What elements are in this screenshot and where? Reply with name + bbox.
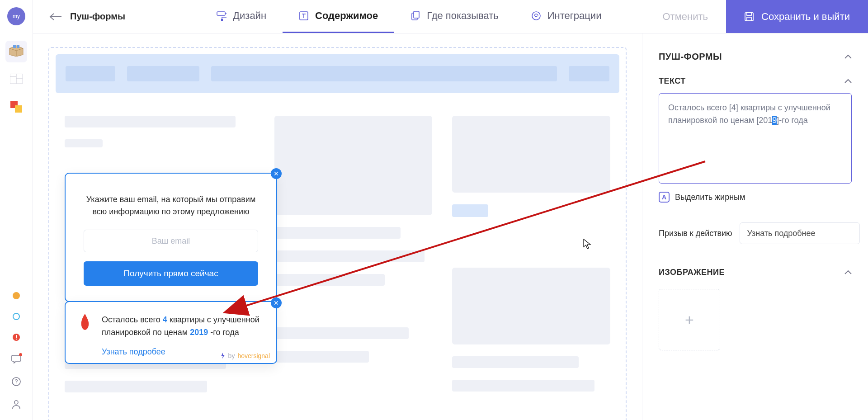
avatar[interactable]: my — [7, 7, 25, 25]
flame-icon — [77, 314, 93, 335]
header-tabs: Дизайн Содержимое Где показывать Интегра… — [200, 0, 618, 33]
arrow-left-icon — [49, 13, 62, 20]
sidebar-help[interactable]: ? — [11, 377, 21, 388]
section-image[interactable]: ИЗОБРАЖЕНИЕ — [659, 260, 852, 284]
save-icon — [744, 12, 754, 22]
section-title: ПУШ-ФОРМЫ — [659, 52, 722, 62]
svg-rect-22 — [745, 13, 753, 21]
placeholder — [65, 116, 236, 127]
placeholder — [127, 66, 199, 81]
placeholder — [569, 66, 609, 81]
svg-text:?: ? — [15, 378, 18, 385]
left-sidebar: my ? — [0, 0, 33, 420]
bold-label: Выделить жирным — [675, 193, 745, 202]
svg-rect-7 — [15, 105, 22, 113]
placeholder — [211, 66, 557, 81]
image-dropzone[interactable]: + — [659, 289, 720, 350]
sidebar-item-layout[interactable] — [5, 69, 27, 90]
page-canvas[interactable]: ✕ Укажите ваш email, на который мы отпра… — [48, 47, 627, 420]
placeholder — [452, 268, 610, 344]
placeholder — [274, 274, 385, 286]
bold-icon: A — [659, 192, 670, 203]
tab-content-label: Содержимое — [315, 10, 378, 22]
svg-point-9 — [13, 313, 19, 320]
learn-more-link[interactable]: Узнать подробее — [102, 347, 165, 357]
cta-label: Призыв к действию — [659, 229, 732, 238]
sidebar-item-shapes[interactable] — [5, 97, 27, 118]
sidebar-status-red[interactable] — [12, 333, 20, 343]
push-popup[interactable]: ✕ Осталось всего 4 квартиры с улучшенной… — [65, 301, 277, 364]
placeholder — [452, 204, 488, 217]
cta-input[interactable] — [740, 222, 860, 244]
settings-panel: ПУШ-ФОРМЫ ТЕКСТ Осталось всего [4] кварт… — [642, 33, 868, 420]
svg-rect-11 — [16, 335, 17, 338]
svg-rect-17 — [221, 19, 223, 21]
svg-rect-12 — [16, 339, 17, 340]
svg-rect-1 — [17, 45, 19, 48]
svg-rect-0 — [13, 45, 16, 48]
sidebar-status-ring[interactable] — [12, 312, 20, 322]
back-button[interactable]: Пуш-формы — [33, 0, 137, 33]
save-button[interactable]: Сохранить и выйти — [726, 0, 868, 33]
sidebar-status-orange[interactable] — [12, 292, 20, 302]
placeholder — [66, 66, 115, 81]
pages-icon — [410, 11, 420, 21]
placeholder — [274, 227, 401, 239]
tab-integrations[interactable]: Интеграции — [515, 0, 618, 33]
bold-button[interactable]: A Выделить жирным — [659, 192, 852, 203]
section-text[interactable]: ТЕКСТ — [659, 69, 852, 93]
close-icon[interactable]: ✕ — [271, 168, 282, 179]
roller-icon — [217, 11, 226, 21]
svg-rect-23 — [747, 13, 751, 15]
top-header: Пуш-формы Дизайн Содержимое Где показыва… — [33, 0, 868, 33]
svg-point-15 — [14, 401, 18, 404]
section-text-label: ТЕКСТ — [659, 76, 686, 86]
placeholder — [452, 116, 610, 193]
placeholder — [65, 381, 207, 392]
cancel-button[interactable]: Отменить — [644, 0, 726, 33]
placeholder — [452, 356, 579, 368]
back-label: Пуш-формы — [70, 11, 125, 22]
placeholder — [452, 380, 594, 392]
chevron-up-icon — [844, 79, 852, 84]
close-icon[interactable]: ✕ — [271, 297, 282, 308]
section-image-label: ИЗОБРАЖЕНИЕ — [659, 268, 725, 277]
placeholder — [274, 250, 425, 262]
placeholder — [274, 351, 369, 363]
chevron-up-icon — [844, 55, 852, 59]
hero-placeholder — [56, 54, 619, 93]
tab-where-label: Где показывать — [427, 10, 499, 22]
chevron-up-icon — [844, 270, 852, 275]
svg-rect-16 — [217, 12, 225, 15]
email-input[interactable] — [84, 230, 258, 252]
svg-rect-24 — [747, 17, 751, 21]
box-icon — [9, 45, 24, 58]
email-popup[interactable]: ✕ Укажите ваш email, на который мы отпра… — [65, 173, 277, 302]
link-icon — [531, 11, 541, 21]
push-brand: by hoversignal — [220, 352, 270, 359]
email-popup-text: Укажите ваш email, на который мы отправи… — [84, 193, 258, 218]
tab-integrations-label: Интеграции — [547, 10, 602, 22]
tab-where[interactable]: Где показывать — [394, 0, 515, 33]
shapes-icon — [10, 101, 22, 114]
sidebar-item-box[interactable] — [5, 41, 27, 62]
tab-design-label: Дизайн — [233, 10, 266, 22]
svg-rect-20 — [414, 11, 419, 18]
email-cta-button[interactable]: Получить прямо сейчас — [84, 261, 258, 286]
placeholder — [274, 116, 433, 215]
tab-design[interactable]: Дизайн — [200, 0, 283, 33]
placeholder — [65, 139, 103, 147]
text-editor[interactable]: Осталось всего [4] квартиры с улучшенной… — [659, 93, 852, 184]
section-push-forms[interactable]: ПУШ-ФОРМЫ — [659, 44, 852, 69]
text-frame-icon — [299, 11, 309, 21]
save-label: Сохранить и выйти — [761, 11, 850, 23]
svg-point-8 — [13, 292, 20, 299]
sidebar-profile[interactable] — [11, 399, 21, 411]
sidebar-chat[interactable] — [11, 354, 21, 366]
push-message: Осталось всего 4 квартиры с улучшенной п… — [102, 314, 264, 339]
tab-content[interactable]: Содержимое — [283, 0, 394, 33]
plus-icon: + — [685, 311, 694, 329]
layout-icon — [10, 74, 23, 85]
canvas-area: ✕ Укажите ваш email, на который мы отпра… — [33, 33, 642, 420]
placeholder — [274, 327, 409, 339]
